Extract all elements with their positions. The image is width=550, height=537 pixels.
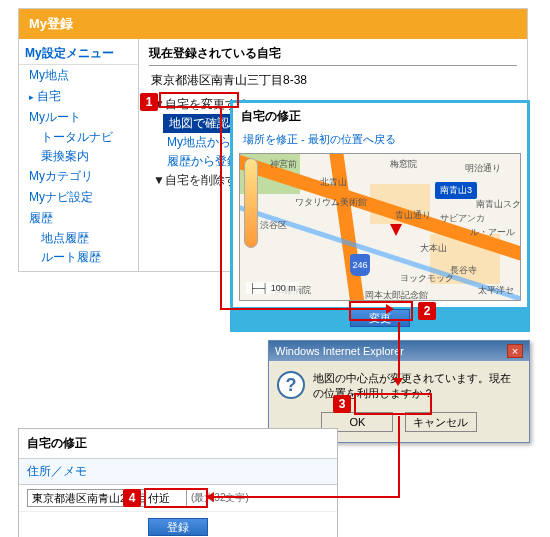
map-label: サビアンカ (440, 212, 485, 225)
panel4-subheader: 住所／メモ (19, 459, 337, 485)
sidebar-sub-spothist[interactable]: 地点履歴 (19, 229, 138, 248)
callout-4: 4 (123, 489, 141, 507)
map-scale-label: ├─┤ 100 m (246, 282, 299, 294)
opt-from-history[interactable]: 履歴から登録 (163, 152, 239, 171)
sidebar: My設定メニュー My地点 自宅 Myルート トータルナビ 乗換案内 Myカテゴ… (19, 39, 139, 271)
map-label: 北青山 (320, 176, 347, 189)
callout-1: 1 (140, 93, 158, 111)
sidebar-item-history[interactable]: 履歴 (19, 208, 138, 229)
map-label: 長谷寺 (450, 264, 477, 277)
sidebar-sub-totalnavi[interactable]: トータルナビ (19, 128, 138, 147)
map-label: 太平洋セ (478, 284, 514, 297)
arrow-line (398, 416, 400, 496)
callout-2: 2 (418, 302, 436, 320)
map-label: ル・アール (470, 226, 515, 239)
arrow-line (214, 496, 400, 498)
map-label: 南青山スクエア (476, 198, 521, 211)
map-label: 岡本太郎記念館 (365, 289, 428, 301)
question-icon: ? (277, 371, 305, 399)
sidebar-sub-routehist[interactable]: ルート履歴 (19, 248, 138, 267)
panel2-title: 自宅の修正 (233, 103, 527, 130)
map-place-banner: 南青山3 (435, 182, 477, 199)
register-button[interactable]: 登録 (148, 518, 208, 536)
close-icon[interactable]: × (507, 344, 523, 358)
map-zoom-slider[interactable] (244, 158, 258, 248)
sidebar-menu-title: My設定メニュー (19, 43, 138, 65)
sidebar-item-home[interactable]: 自宅 (19, 86, 138, 107)
map-label: 明治通り (465, 162, 501, 175)
callout-3: 3 (333, 395, 351, 413)
map-viewport[interactable]: 246 南青山3 神宮前 梅窓院 渋谷区 北青山 青山通り 長谷寺 明治通り サ… (239, 153, 521, 301)
map-pin-icon (390, 224, 402, 236)
panel-header: My登録 (19, 9, 527, 39)
home-address: 東京都港区南青山三丁目8-38 (151, 72, 517, 89)
sidebar-sub-transfer[interactable]: 乗換案内 (19, 147, 138, 166)
panel4-title: 自宅の修正 (19, 429, 337, 459)
sidebar-item-myroute[interactable]: Myルート (19, 107, 138, 128)
map-label: 青山通り (395, 209, 431, 222)
sidebar-item-mycategory[interactable]: Myカテゴリ (19, 166, 138, 187)
home-correction-form: 自宅の修正 住所／メモ (最大32文字) 登録 (18, 428, 338, 537)
reset-location-link[interactable]: 場所を修正 - 最初の位置へ戻る (233, 130, 527, 153)
map-label: 渋谷区 (260, 219, 287, 232)
map-label: 梅窓院 (390, 158, 417, 171)
arrowhead-icon (393, 378, 403, 386)
dialog-title-text: Windows Internet Explorer (275, 345, 404, 357)
sidebar-item-mynavisetting[interactable]: Myナビ設定 (19, 187, 138, 208)
redbox-3 (354, 393, 432, 415)
redbox-4 (144, 488, 208, 508)
map-label: ヨックモック (400, 272, 454, 285)
map-label: 大本山 (420, 242, 447, 255)
map-label: 神宮前 (270, 158, 297, 171)
arrow-line (398, 322, 400, 378)
panel4-buttons: 登録 (19, 512, 337, 537)
home-correction-map-panel: 自宅の修正 場所を修正 - 最初の位置へ戻る 246 南青山3 神宮前 梅窓院 … (230, 100, 530, 332)
redbox-1 (159, 92, 239, 108)
redbox-2 (349, 301, 413, 321)
current-home-title: 現在登録されている自宅 (149, 45, 517, 66)
sidebar-item-myspot[interactable]: My地点 (19, 65, 138, 86)
map-label: ワタリウム美術館 (295, 196, 367, 209)
arrow-line (220, 108, 222, 308)
route-shield-icon: 246 (350, 254, 370, 276)
